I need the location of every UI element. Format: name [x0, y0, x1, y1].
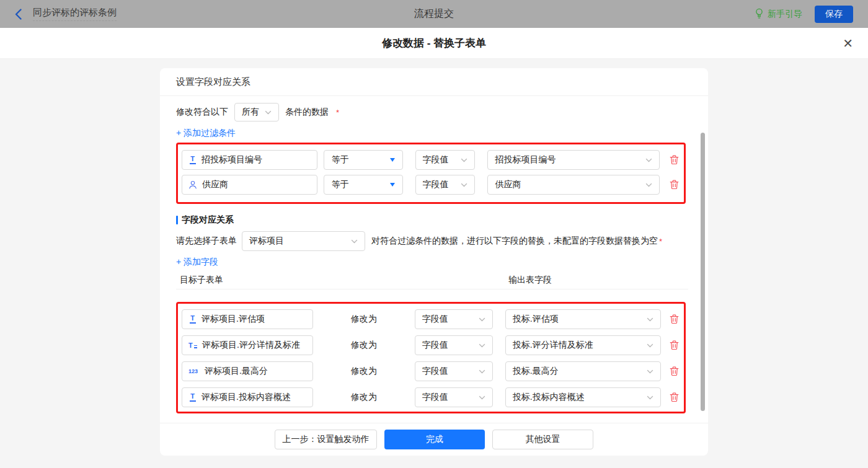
operator-select[interactable]: 等于: [324, 175, 403, 195]
delete-mapping-button[interactable]: [668, 335, 680, 355]
save-button[interactable]: 保存: [815, 6, 853, 23]
subform-select[interactable]: 评标项目: [242, 231, 365, 251]
modal-title: 修改数据 - 替换子表单: [0, 28, 868, 59]
mapping-table-header: 目标子表单 输出表字段: [176, 275, 692, 287]
filter-annotation-box: T 招投标项目编号 等于 字段值 招投标项目编号: [176, 143, 686, 204]
operator-value: 等于: [332, 179, 349, 190]
value-type-select[interactable]: 字段值: [415, 361, 493, 381]
output-field-select[interactable]: 投标.投标内容概述: [505, 387, 661, 407]
number-field-icon: 123: [188, 368, 200, 374]
output-field-value: 投标.最高分: [513, 366, 559, 377]
back-icon: [15, 9, 22, 20]
modify-label: 修改为: [319, 314, 409, 325]
text-field-icon: T: [188, 156, 197, 164]
value-type-value: 字段值: [423, 154, 449, 166]
required-mark: *: [659, 237, 662, 246]
chevron-down-icon: [479, 343, 485, 348]
filter-row: 供应商 等于 字段值 供应商: [182, 175, 680, 195]
mapping-annotation-box: T 评标项目.评估项 修改为 字段值 投标.评估项: [176, 302, 686, 413]
modify-label: 修改为: [319, 392, 409, 403]
caret-down-icon: [390, 183, 395, 187]
modify-label: 修改为: [319, 340, 409, 351]
value-type-select[interactable]: 字段值: [415, 335, 493, 355]
delete-mapping-button[interactable]: [668, 361, 680, 381]
chevron-down-icon: [461, 158, 467, 162]
done-button[interactable]: 完成: [384, 430, 485, 449]
value-type-value: 字段值: [422, 314, 448, 325]
textarea-field-icon: T: [188, 342, 197, 349]
lightbulb-icon: [755, 8, 764, 20]
settings-card: 设置字段对应关系 修改符合以下 所有 条件的数据 * + 添加过滤条件 T: [160, 68, 708, 456]
value-select-value: 招投标项目编号: [495, 154, 556, 166]
mapping-row: 123 评标项目.最高分 修改为 字段值 投标.最高分: [182, 361, 680, 381]
chevron-down-icon: [479, 369, 485, 374]
subform-select-value: 评标项目: [249, 236, 284, 247]
chevron-down-icon: [265, 110, 272, 115]
target-field-box[interactable]: T 评标项目.投标内容概述: [182, 387, 313, 407]
mapping-section-label: 字段对应关系: [182, 214, 234, 226]
value-select[interactable]: 招投标项目编号: [487, 150, 660, 170]
match-prefix-label: 修改符合以下: [176, 107, 228, 118]
match-type-value: 所有: [242, 107, 259, 118]
target-field-box[interactable]: T 评标项目.评估项: [182, 309, 313, 329]
output-field-value: 投标.投标内容概述: [513, 392, 585, 403]
guide-button[interactable]: 新手引导: [755, 8, 802, 20]
chevron-down-icon: [351, 239, 358, 244]
filter-field-box[interactable]: 供应商: [182, 175, 317, 195]
value-type-select[interactable]: 字段值: [415, 387, 493, 407]
value-type-select[interactable]: 字段值: [415, 150, 476, 170]
trash-icon: [670, 392, 679, 402]
value-select[interactable]: 供应商: [487, 175, 660, 195]
chevron-down-icon: [645, 158, 652, 162]
delete-filter-button[interactable]: [668, 150, 680, 170]
trash-icon: [670, 314, 679, 324]
mapping-row: T 评标项目.评分详情及标准 修改为 字段值 投标.评分详情及标准: [182, 335, 680, 355]
chevron-down-icon: [647, 343, 653, 348]
output-field-select[interactable]: 投标.评分详情及标准: [505, 335, 661, 355]
target-field-box[interactable]: T 评标项目.评分详情及标准: [182, 335, 313, 355]
value-type-value: 字段值: [422, 366, 448, 377]
column-output-field: 输出表字段: [508, 275, 552, 286]
chevron-down-icon: [479, 395, 485, 400]
delete-filter-button[interactable]: [668, 175, 680, 195]
section-bar: [176, 216, 178, 224]
target-field-label: 评标项目.最高分: [205, 366, 268, 377]
value-type-select[interactable]: 字段值: [415, 309, 493, 329]
target-field-label: 评标项目.评分详情及标准: [202, 340, 300, 351]
target-field-box[interactable]: 123 评标项目.最高分: [182, 361, 313, 381]
output-field-select[interactable]: 投标.评估项: [505, 309, 661, 329]
modal-header: 修改数据 - 替换子表单 ✕: [0, 28, 868, 59]
operator-select[interactable]: 等于: [324, 150, 403, 170]
value-type-value: 字段值: [422, 392, 448, 403]
close-icon[interactable]: ✕: [843, 36, 853, 51]
delete-mapping-button[interactable]: [668, 387, 680, 407]
filter-field-box[interactable]: T 招投标项目编号: [182, 150, 317, 170]
chevron-down-icon: [479, 317, 485, 322]
match-type-select[interactable]: 所有: [234, 103, 279, 121]
value-select-value: 供应商: [495, 179, 521, 190]
chevron-down-icon: [461, 183, 467, 187]
scrollbar-thumb[interactable]: [701, 133, 705, 411]
caret-down-icon: [390, 158, 395, 162]
flow-name[interactable]: 同步评标的评标条例: [33, 7, 117, 21]
add-field-link[interactable]: + 添加字段: [176, 256, 218, 268]
mapping-section-title: 字段对应关系: [176, 214, 692, 226]
mapping-description: 对符合过滤条件的数据，进行以下字段的替换，未配置的字段数据替换为空: [371, 236, 658, 247]
add-filter-link[interactable]: + 添加过滤条件: [176, 127, 236, 139]
output-field-value: 投标.评估项: [513, 314, 559, 325]
page-title: 流程提交: [0, 7, 868, 20]
topbar: 同步评标的评标条例 流程提交 新手引导 保存: [0, 0, 868, 28]
other-settings-button[interactable]: 其他设置: [492, 430, 593, 449]
value-type-value: 字段值: [423, 179, 449, 190]
value-type-select[interactable]: 字段值: [415, 175, 476, 195]
delete-mapping-button[interactable]: [668, 309, 680, 329]
output-field-value: 投标.评分详情及标准: [513, 340, 593, 351]
trash-icon: [670, 155, 679, 165]
chevron-down-icon: [647, 395, 653, 400]
text-field-icon: T: [188, 315, 197, 324]
output-field-select[interactable]: 投标.最高分: [505, 361, 661, 381]
modal-body: 设置字段对应关系 修改符合以下 所有 条件的数据 * + 添加过滤条件 T: [0, 60, 868, 468]
back-button[interactable]: [15, 9, 22, 20]
filter-field-label: 供应商: [202, 179, 228, 190]
prev-step-button[interactable]: 上一步：设置触发动作: [275, 430, 377, 449]
